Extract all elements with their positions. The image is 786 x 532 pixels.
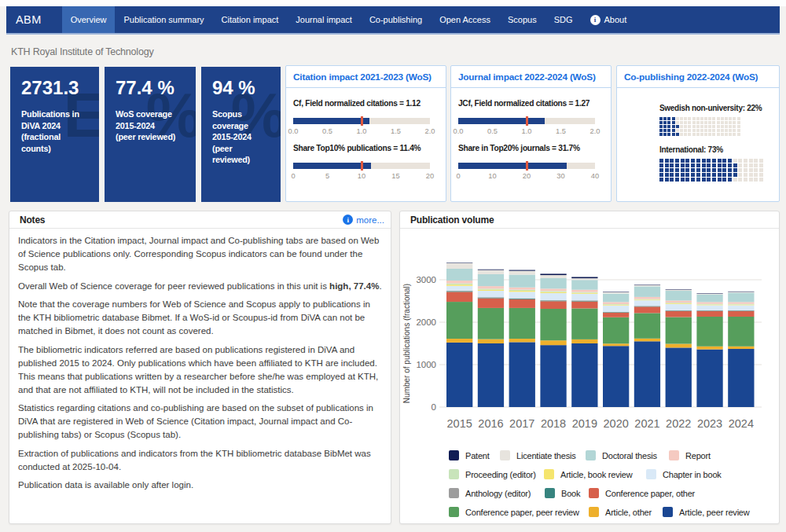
bar-segment[interactable] xyxy=(540,275,566,278)
bar-segment[interactable] xyxy=(666,289,692,290)
bar-segment[interactable] xyxy=(478,339,504,343)
bar-segment[interactable] xyxy=(696,347,722,350)
nav-tab-publication-summary[interactable]: Publication summary xyxy=(115,6,212,33)
bar-segment[interactable] xyxy=(696,305,722,310)
bar-segment[interactable] xyxy=(603,317,629,343)
bar-segment[interactable] xyxy=(696,293,722,294)
bar-segment[interactable] xyxy=(540,309,566,340)
bar-segment[interactable] xyxy=(478,288,504,289)
bar-segment[interactable] xyxy=(666,303,692,304)
notes-more-link[interactable]: i more... xyxy=(343,215,384,225)
bar-segment[interactable] xyxy=(634,313,660,338)
bar-segment[interactable] xyxy=(728,317,754,347)
bar-segment[interactable] xyxy=(728,302,754,303)
bar-segment[interactable] xyxy=(478,298,504,307)
bar-segment[interactable] xyxy=(603,292,629,292)
bar-segment[interactable] xyxy=(728,310,754,311)
bar-segment[interactable] xyxy=(478,297,504,298)
bar-segment[interactable] xyxy=(478,274,504,286)
bar-segment[interactable] xyxy=(478,270,504,270)
bar-segment[interactable] xyxy=(446,284,472,285)
bar-segment[interactable] xyxy=(509,291,535,292)
nav-tab-journal-impact[interactable]: Journal impact xyxy=(287,6,361,33)
bar-segment[interactable] xyxy=(571,339,597,343)
bar-segment[interactable] xyxy=(540,291,566,292)
bar-segment[interactable] xyxy=(728,305,754,310)
bar-segment[interactable] xyxy=(446,284,472,286)
bar-segment[interactable] xyxy=(540,301,566,309)
bar-segment[interactable] xyxy=(478,286,504,288)
bar-segment[interactable] xyxy=(446,286,472,291)
bar-segment[interactable] xyxy=(634,306,660,307)
bar-segment[interactable] xyxy=(634,297,660,299)
bar-segment[interactable] xyxy=(634,341,660,407)
bar-segment[interactable] xyxy=(728,349,754,407)
bar-segment[interactable] xyxy=(509,271,535,275)
bar-segment[interactable] xyxy=(509,270,535,271)
nav-tab-open-access[interactable]: Open Access xyxy=(431,6,499,33)
bar-segment[interactable] xyxy=(666,303,692,303)
bar-segment[interactable] xyxy=(446,281,472,284)
bar-segment[interactable] xyxy=(509,275,535,288)
bar-segment[interactable] xyxy=(478,343,504,407)
bar-segment[interactable] xyxy=(603,305,629,306)
bar-segment[interactable] xyxy=(446,269,472,281)
bar-segment[interactable] xyxy=(540,293,566,300)
bar-segment[interactable] xyxy=(446,292,472,302)
bar-segment[interactable] xyxy=(634,306,660,313)
bar-segment[interactable] xyxy=(634,300,660,306)
bar-segment[interactable] xyxy=(446,262,472,263)
bar-segment[interactable] xyxy=(540,288,566,291)
bar-segment[interactable] xyxy=(603,346,629,407)
bar-segment[interactable] xyxy=(634,285,660,286)
bar-segment[interactable] xyxy=(603,302,629,304)
bar-segment[interactable] xyxy=(446,291,472,292)
bar-segment[interactable] xyxy=(666,300,692,303)
bar-segment[interactable] xyxy=(509,339,535,342)
bar-segment[interactable] xyxy=(571,300,597,301)
bar-segment[interactable] xyxy=(571,280,597,289)
bar-segment[interactable] xyxy=(478,298,504,299)
bar-segment[interactable] xyxy=(728,305,754,306)
bar-segment[interactable] xyxy=(509,342,535,407)
bar-segment[interactable] xyxy=(446,343,472,407)
bar-segment[interactable] xyxy=(571,302,597,309)
bar-segment[interactable] xyxy=(666,290,692,291)
bar-segment[interactable] xyxy=(540,340,566,345)
bar-segment[interactable] xyxy=(571,293,597,294)
bar-segment[interactable] xyxy=(696,304,722,305)
bar-segment[interactable] xyxy=(603,312,629,313)
bar-segment[interactable] xyxy=(696,310,722,311)
bar-segment[interactable] xyxy=(603,294,629,303)
bar-segment[interactable] xyxy=(696,294,722,295)
bar-segment[interactable] xyxy=(728,292,754,292)
bar-segment[interactable] xyxy=(696,350,722,407)
bar-segment[interactable] xyxy=(540,273,566,275)
bar-segment[interactable] xyxy=(509,308,535,339)
bar-segment[interactable] xyxy=(728,347,754,349)
bar-segment[interactable] xyxy=(571,308,597,339)
nav-tab-scopus[interactable]: Scopus xyxy=(499,6,545,33)
bar-segment[interactable] xyxy=(603,292,629,294)
bar-segment[interactable] xyxy=(446,339,472,343)
nav-tab-co-publishing[interactable]: Co-publishing xyxy=(361,6,431,33)
bar-segment[interactable] xyxy=(666,317,692,344)
bar-segment[interactable] xyxy=(509,290,535,291)
bar-segment[interactable] xyxy=(540,345,566,407)
bar-segment[interactable] xyxy=(478,290,504,291)
bar-segment[interactable] xyxy=(509,292,535,298)
bar-segment[interactable] xyxy=(696,311,722,317)
bar-segment[interactable] xyxy=(666,347,692,407)
nav-tab-about[interactable]: iAbout xyxy=(582,6,636,33)
bar-segment[interactable] xyxy=(478,308,504,339)
bar-segment[interactable] xyxy=(666,310,692,311)
bar-segment[interactable] xyxy=(728,292,754,302)
bar-segment[interactable] xyxy=(571,301,597,302)
bar-segment[interactable] xyxy=(446,263,472,269)
bar-segment[interactable] xyxy=(666,311,692,317)
bar-segment[interactable] xyxy=(696,305,722,306)
bar-segment[interactable] xyxy=(571,277,597,278)
bar-segment[interactable] xyxy=(728,292,754,292)
bar-segment[interactable] xyxy=(446,291,472,292)
bar-segment[interactable] xyxy=(478,270,504,274)
